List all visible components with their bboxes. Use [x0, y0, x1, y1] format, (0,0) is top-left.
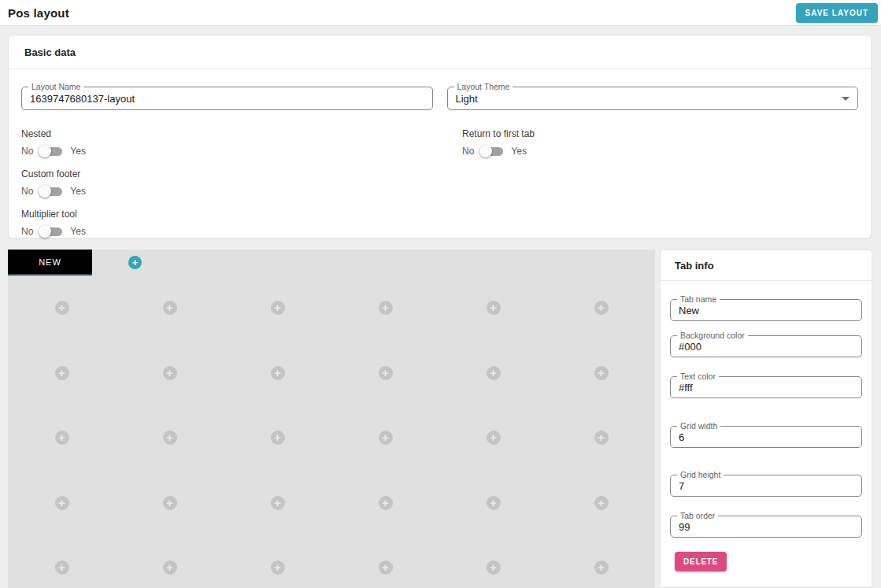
tab-name-field: Tab name [670, 299, 862, 321]
grid-cells: ++++++++++++++++++++++++++++++++++++++++… [8, 276, 655, 588]
toggle-off-label: No [462, 146, 474, 157]
tab-order-input[interactable] [679, 521, 853, 533]
toggle-off-label: No [21, 186, 33, 197]
grid-cell-add[interactable]: + [547, 471, 655, 536]
add-item-icon: + [163, 301, 177, 315]
add-item-icon: + [594, 496, 609, 510]
tab-new[interactable]: NEW [8, 250, 92, 276]
layout-name-input[interactable] [30, 93, 424, 105]
tab-info-panel: Tab info Tab name Background color Text … [660, 250, 872, 588]
background-color-label: Background color [677, 331, 748, 340]
grid-cell-add[interactable]: + [331, 535, 439, 588]
grid-cell-add[interactable]: + [331, 405, 439, 471]
grid-cell-add[interactable]: + [547, 276, 655, 341]
add-item-icon: + [594, 560, 609, 575]
add-item-icon: + [163, 366, 177, 380]
grid-cell-add[interactable]: + [439, 535, 547, 588]
nested-toggle[interactable] [39, 144, 65, 158]
text-color-field: Text color [670, 376, 862, 398]
add-item-icon: + [55, 301, 69, 315]
tab-order-label: Tab order [677, 511, 718, 520]
grid-cell-add[interactable]: + [224, 405, 331, 471]
add-item-icon: + [594, 366, 609, 380]
tab-name-input[interactable] [679, 305, 853, 316]
grid-cell-add[interactable]: + [8, 276, 116, 341]
grid-cell-add[interactable]: + [8, 341, 116, 406]
return-first-tab-label: Return to first tab [462, 128, 858, 139]
grid-cell-add[interactable]: + [439, 276, 547, 341]
basic-data-card: Basic data Layout Name Layout Theme Ligh… [8, 35, 872, 239]
chevron-down-icon [842, 97, 850, 101]
grid-cell-add[interactable]: + [224, 276, 331, 341]
grid-cell-add[interactable]: + [224, 471, 331, 536]
grid-cell-add[interactable]: + [116, 405, 224, 471]
grid-cell-add[interactable]: + [439, 341, 547, 406]
grid-cell-add[interactable]: + [331, 341, 439, 406]
add-item-icon: + [271, 560, 285, 575]
grid-height-field: Grid height [670, 475, 862, 497]
grid-cell-add[interactable]: + [547, 535, 655, 588]
add-item-icon: + [55, 431, 69, 445]
add-item-icon: + [271, 366, 285, 380]
grid-width-field: Grid width [670, 426, 862, 448]
grid-cell-add[interactable]: + [116, 276, 224, 341]
grid-cell-add[interactable]: + [8, 471, 116, 536]
layout-theme-select[interactable]: Layout Theme Light [447, 87, 859, 110]
add-item-icon: + [379, 366, 393, 380]
add-item-icon: + [594, 301, 609, 315]
add-item-icon: + [487, 301, 501, 315]
grid-cell-add[interactable]: + [547, 405, 655, 471]
tab-name-label: Tab name [677, 294, 720, 304]
custom-footer-toggle[interactable] [39, 184, 65, 198]
add-item-icon: + [271, 431, 285, 445]
layout-theme-label: Layout Theme [454, 82, 513, 91]
grid-cell-add[interactable]: + [439, 405, 547, 471]
add-item-icon: + [487, 431, 501, 445]
add-item-icon: + [379, 560, 393, 575]
grid-cell-add[interactable]: + [8, 535, 116, 588]
grid-cell-add[interactable]: + [116, 341, 224, 406]
layout-grid-panel: NEW + ++++++++++++++++++++++++++++++++++… [8, 250, 655, 588]
layout-name-field: Layout Name [21, 87, 433, 110]
multiplier-tool-label: Multiplier tool [21, 209, 448, 220]
background-color-input[interactable] [679, 341, 853, 353]
add-item-icon: + [487, 560, 501, 575]
grid-height-input[interactable] [679, 480, 853, 492]
grid-cell-add[interactable]: + [116, 471, 224, 536]
grid-cell-add[interactable]: + [224, 341, 331, 406]
grid-cell-add[interactable]: + [8, 405, 116, 471]
tab-order-field: Tab order [670, 516, 862, 538]
text-color-input[interactable] [679, 382, 853, 394]
toggle-off-label: No [21, 146, 33, 157]
save-layout-button[interactable]: SAVE LAYOUT [796, 3, 878, 23]
background-color-field: Background color [670, 335, 862, 357]
toggle-on-label: Yes [70, 226, 86, 237]
add-item-icon: + [163, 560, 177, 575]
add-item-icon: + [594, 431, 609, 445]
toggle-on-label: Yes [70, 186, 86, 197]
toggle-on-label: Yes [70, 146, 86, 157]
toggle-off-label: No [21, 226, 33, 237]
nested-label: Nested [21, 128, 448, 139]
add-tab-button[interactable]: + [128, 256, 142, 269]
tab-info-title: Tab info [661, 250, 872, 281]
multiplier-tool-toggle[interactable] [39, 224, 65, 239]
grid-cell-add[interactable]: + [116, 535, 224, 588]
custom-footer-toggle-group: Custom footer No Yes [21, 168, 448, 198]
grid-cell-add[interactable]: + [331, 471, 439, 536]
basic-data-title: Basic data [9, 35, 871, 69]
app-header: Pos layout SAVE LAYOUT [0, 0, 881, 26]
grid-cell-add[interactable]: + [439, 471, 547, 536]
text-color-label: Text color [677, 372, 719, 381]
grid-cell-add[interactable]: + [224, 535, 331, 588]
grid-width-input[interactable] [679, 431, 853, 443]
grid-cell-add[interactable]: + [547, 341, 655, 406]
return-first-tab-toggle-group: Return to first tab No Yes [462, 128, 858, 158]
add-item-icon: + [163, 496, 177, 510]
add-item-icon: + [55, 560, 69, 575]
grid-height-label: Grid height [677, 470, 724, 479]
return-first-tab-toggle[interactable] [479, 144, 505, 158]
grid-cell-add[interactable]: + [331, 276, 439, 341]
delete-tab-button[interactable]: DELETE [675, 552, 727, 571]
tab-bar: NEW + [8, 250, 655, 276]
